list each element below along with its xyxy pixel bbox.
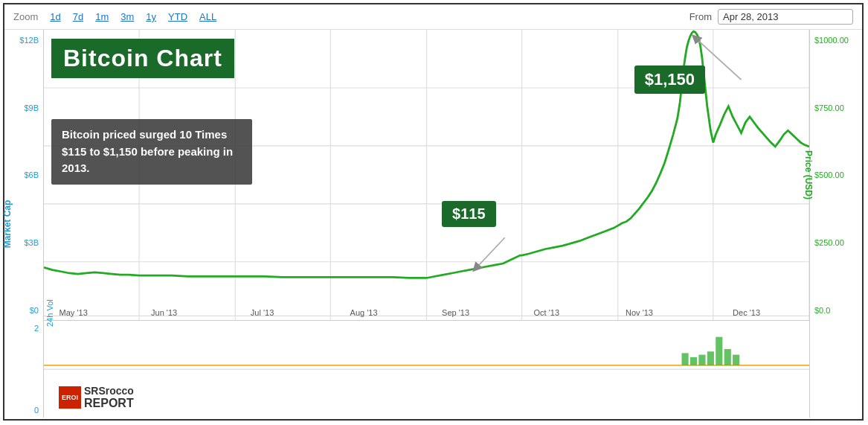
logo-name2: REPORT — [84, 397, 134, 410]
x-label-sep: Sep '13 — [442, 308, 469, 317]
chart-main: Bitcoin Chart Bitcoin priced surged 10 T… — [43, 30, 810, 418]
logo-text-block: SRSrocco REPORT — [84, 386, 134, 410]
right-0: $0.0 — [814, 306, 862, 315]
x-axis-labels: May '13 Jun '13 Jul '13 Aug '13 Sep '13 … — [44, 305, 809, 320]
left-axis-0: $0 — [30, 306, 39, 315]
right-axis: $1000.00 $750.00 $500.00 $250.00 $0.0 — [810, 30, 862, 418]
price-high-callout: $1,150 — [634, 65, 705, 94]
price-high-label: $1,150 — [645, 70, 695, 89]
svg-rect-19 — [698, 354, 705, 365]
right-axis-top: $1000.00 $750.00 $500.00 $250.00 $0.0 — [814, 30, 862, 321]
vol-chart-area: EROI SRSrocco REPORT 24h Vol — [44, 321, 809, 418]
right-1000: $1000.00 — [814, 36, 862, 45]
svg-rect-18 — [690, 357, 697, 365]
logo-icon-text: EROI — [62, 394, 78, 401]
vol-label-0: 0 — [34, 406, 39, 415]
left-vol-axis: 2 0 — [4, 321, 39, 418]
logo-area: EROI SRSrocco REPORT — [59, 386, 134, 410]
x-label-jun: Jun '13 — [151, 308, 177, 317]
x-label-may: May '13 — [60, 308, 88, 317]
vol-chart-svg — [44, 321, 809, 418]
price-low-callout: $115 — [442, 201, 496, 227]
price-low-label: $115 — [452, 205, 486, 222]
zoom-1m-button[interactable]: 1m — [92, 10, 112, 23]
from-label: From — [689, 11, 712, 22]
x-label-aug: Aug '13 — [350, 308, 378, 317]
right-axis-bottom — [814, 321, 862, 418]
zoom-1y-button[interactable]: 1y — [143, 10, 159, 23]
left-axis-3b: $3B — [24, 238, 39, 247]
left-axis-6b: $6B — [24, 170, 39, 179]
svg-rect-22 — [724, 349, 731, 365]
left-axis-9b: $9B — [24, 103, 39, 112]
zoom-3m-button[interactable]: 3m — [118, 10, 137, 23]
left-axis-12b: $12B — [19, 36, 39, 45]
price-chart-area: Bitcoin Chart Bitcoin priced surged 10 T… — [44, 30, 809, 321]
zoom-label: Zoom — [13, 11, 38, 22]
left-axis: Market Cap $12B $9B $6B $3B $0 2 0 — [4, 30, 43, 418]
svg-rect-23 — [733, 354, 739, 365]
left-axis-top: $12B $9B $6B $3B $0 — [4, 30, 39, 321]
right-250: $250.00 — [814, 238, 862, 247]
x-label-nov: Nov '13 — [626, 308, 653, 317]
right-500: $500.00 — [814, 170, 862, 179]
svg-rect-17 — [682, 353, 689, 365]
zoom-1d-button[interactable]: 1d — [47, 10, 63, 23]
chart-title: Bitcoin Chart — [63, 45, 222, 71]
vol-axis-label: 24h Vol — [45, 299, 54, 327]
chart-area: Market Cap $12B $9B $6B $3B $0 2 0 Bitco… — [4, 30, 862, 418]
zoom-ytd-button[interactable]: YTD — [165, 10, 190, 23]
from-section: From — [689, 9, 853, 25]
x-label-oct: Oct '13 — [534, 308, 560, 317]
x-label-jul: Jul '13 — [251, 308, 274, 317]
svg-rect-21 — [716, 336, 722, 365]
main-container: Zoom 1d 7d 1m 3m 1y YTD ALL From Market … — [3, 3, 864, 421]
chart-title-box: Bitcoin Chart — [51, 39, 234, 78]
svg-rect-20 — [707, 351, 714, 365]
market-cap-label: Market Cap — [2, 199, 13, 248]
toolbar: Zoom 1d 7d 1m 3m 1y YTD ALL From — [4, 4, 862, 30]
x-label-dec: Dec '13 — [733, 308, 760, 317]
zoom-all-button[interactable]: ALL — [196, 10, 219, 23]
right-750: $750.00 — [814, 103, 862, 112]
zoom-7d-button[interactable]: 7d — [70, 10, 86, 23]
logo-icon: EROI — [59, 386, 81, 409]
annotation-text: Bitcoin priced surged 10 Times $115 to $… — [62, 128, 233, 174]
logo-name1: SRSrocco — [84, 386, 134, 397]
annotation-box: Bitcoin priced surged 10 Times $115 to $… — [51, 119, 252, 185]
vol-label-2: 2 — [34, 324, 39, 333]
from-date-input[interactable] — [718, 9, 853, 25]
